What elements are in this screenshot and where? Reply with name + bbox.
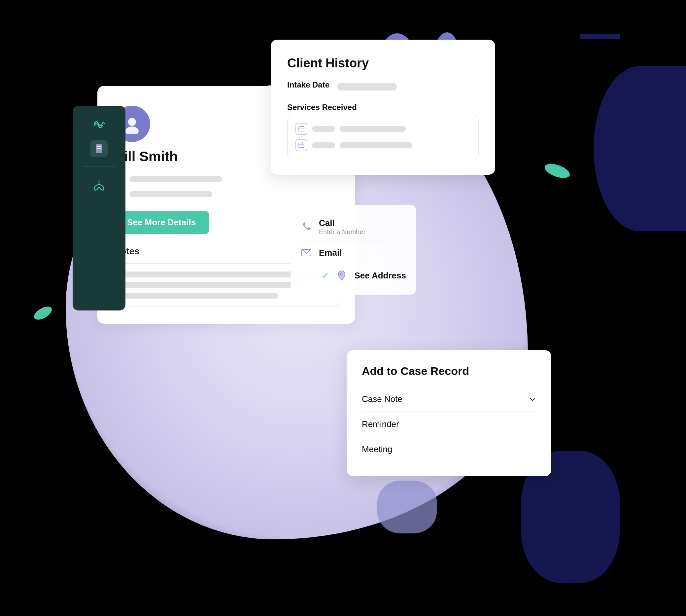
intake-date-label: Intake Date xyxy=(287,80,329,89)
dark-blob-right xyxy=(594,66,686,231)
history-title: Client History xyxy=(287,56,479,70)
address-action-item[interactable]: ✓ See Address xyxy=(300,264,406,287)
email-action-item[interactable]: Email xyxy=(300,241,406,264)
notes-line-2 xyxy=(122,282,305,288)
address-text-block: See Address xyxy=(354,270,406,281)
notes-line-3 xyxy=(122,293,278,299)
sidebar xyxy=(73,106,125,310)
intake-date-value xyxy=(337,83,397,90)
svg-rect-12 xyxy=(299,143,304,148)
services-box xyxy=(287,116,479,158)
email-label: Email xyxy=(319,248,342,258)
case-note-option[interactable]: Case Note xyxy=(362,387,536,412)
svg-point-5 xyxy=(128,118,136,126)
teal-accent-left xyxy=(32,304,54,322)
pin-icon xyxy=(336,269,348,281)
see-more-button[interactable]: See More Details xyxy=(114,211,209,234)
chevron-down-icon xyxy=(529,396,536,403)
dark-squiggle-right xyxy=(580,26,620,48)
meeting-label: Meeting xyxy=(362,444,392,455)
reminder-label: Reminder xyxy=(362,419,399,430)
history-card: Client History Intake Date Services Rece… xyxy=(271,40,495,175)
case-record-card: Add to Case Record Case Note Reminder Me… xyxy=(347,350,551,476)
call-icon xyxy=(300,221,312,233)
case-record-title: Add to Case Record xyxy=(362,365,536,377)
sidebar-divider xyxy=(83,167,115,167)
service-2-long xyxy=(340,142,412,148)
svg-point-6 xyxy=(125,127,139,134)
sidebar-icon-document[interactable] xyxy=(90,140,108,157)
action-menu: Call Enter a Number Email ✓ See Address xyxy=(291,205,416,294)
email-text-block: Email xyxy=(319,248,342,258)
phone-row xyxy=(114,189,338,199)
service-1-long xyxy=(340,126,406,132)
case-note-label: Case Note xyxy=(362,394,403,404)
purple-accent-bottom xyxy=(377,481,437,533)
reminder-option[interactable]: Reminder xyxy=(362,412,536,437)
sidebar-icon-waves[interactable] xyxy=(90,115,108,132)
call-label: Call xyxy=(319,218,365,228)
check-icon: ✓ xyxy=(322,270,329,281)
services-received-label: Services Received xyxy=(287,103,479,112)
service-icon-1 xyxy=(295,123,307,135)
address-placeholder xyxy=(130,176,222,182)
service-icon-2 xyxy=(295,139,307,151)
email-icon xyxy=(300,247,312,259)
phone-placeholder xyxy=(130,191,212,197)
service-1-short xyxy=(312,126,335,132)
teal-accent-right xyxy=(543,161,571,181)
call-text-block: Call Enter a Number xyxy=(319,218,365,236)
service-row-2 xyxy=(295,139,471,151)
service-2-short xyxy=(312,142,335,148)
meeting-option[interactable]: Meeting xyxy=(362,437,536,462)
address-row xyxy=(114,174,338,184)
address-label: See Address xyxy=(354,270,406,281)
svg-rect-8 xyxy=(299,127,304,131)
notes-line-1 xyxy=(122,271,320,278)
sidebar-icon-lungs[interactable] xyxy=(90,176,108,193)
call-action-item[interactable]: Call Enter a Number xyxy=(300,213,406,241)
service-row-1 xyxy=(295,123,471,135)
call-sublabel: Enter a Number xyxy=(319,228,365,236)
